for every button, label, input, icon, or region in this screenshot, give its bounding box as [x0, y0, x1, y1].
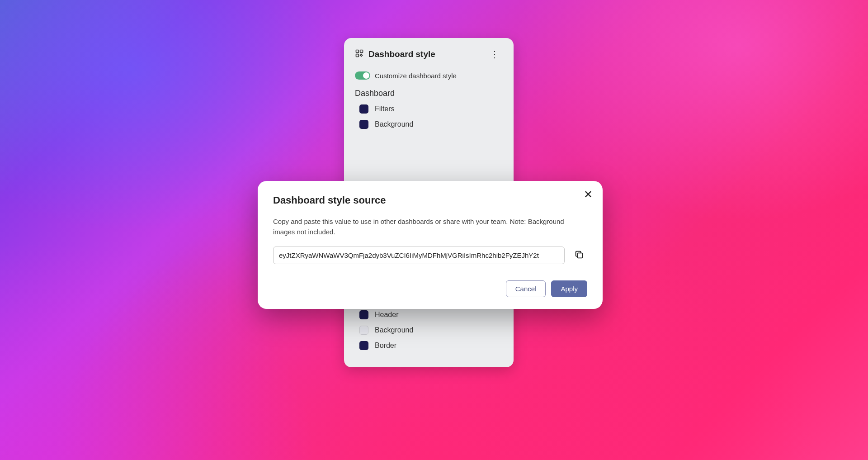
copy-icon	[574, 250, 584, 261]
widget-header-label: Header	[375, 311, 398, 319]
panel-title: Dashboard style	[368, 49, 482, 59]
dashboard-background-label: Background	[375, 120, 413, 128]
dashboard-background-swatch[interactable]	[359, 120, 368, 129]
style-source-input[interactable]	[273, 247, 565, 264]
filters-swatch[interactable]	[359, 104, 368, 114]
customize-toggle[interactable]	[355, 71, 370, 80]
customize-toggle-row: Customize dashboard style	[355, 71, 503, 80]
color-row-widget-border[interactable]: Border	[355, 341, 503, 350]
code-input-row	[273, 247, 587, 264]
widget-background-label: Background	[375, 326, 413, 334]
close-icon: ✕	[584, 188, 593, 200]
widget-border-label: Border	[375, 341, 396, 350]
cancel-button[interactable]: Cancel	[506, 280, 546, 297]
svg-rect-2	[356, 54, 359, 57]
svg-rect-1	[360, 50, 363, 53]
modal-description: Copy and paste this value to use in othe…	[273, 216, 587, 237]
svg-rect-3	[577, 253, 582, 258]
customize-toggle-label: Customize dashboard style	[375, 72, 457, 80]
color-row-widget-background[interactable]: Background	[355, 326, 503, 335]
dashboard-icon	[355, 49, 364, 60]
widget-background-swatch[interactable]	[359, 326, 368, 335]
color-row-dashboard-background[interactable]: Background	[355, 120, 503, 129]
widget-header-swatch[interactable]	[359, 310, 368, 319]
close-button[interactable]: ✕	[584, 189, 593, 200]
apply-button[interactable]: Apply	[551, 280, 587, 297]
filters-label: Filters	[375, 105, 395, 113]
dashboard-style-source-modal: ✕ Dashboard style source Copy and paste …	[258, 181, 603, 309]
modal-title: Dashboard style source	[273, 194, 587, 206]
section-title-dashboard: Dashboard	[355, 89, 503, 98]
panel-header: Dashboard style ⋮	[355, 48, 503, 61]
more-options-icon[interactable]: ⋮	[486, 48, 503, 61]
copy-button[interactable]	[571, 247, 587, 263]
widget-border-swatch[interactable]	[359, 341, 368, 350]
modal-actions: Cancel Apply	[273, 280, 587, 297]
svg-rect-0	[356, 50, 359, 53]
color-row-filters[interactable]: Filters	[355, 104, 503, 114]
color-row-widget-header[interactable]: Header	[355, 310, 503, 319]
